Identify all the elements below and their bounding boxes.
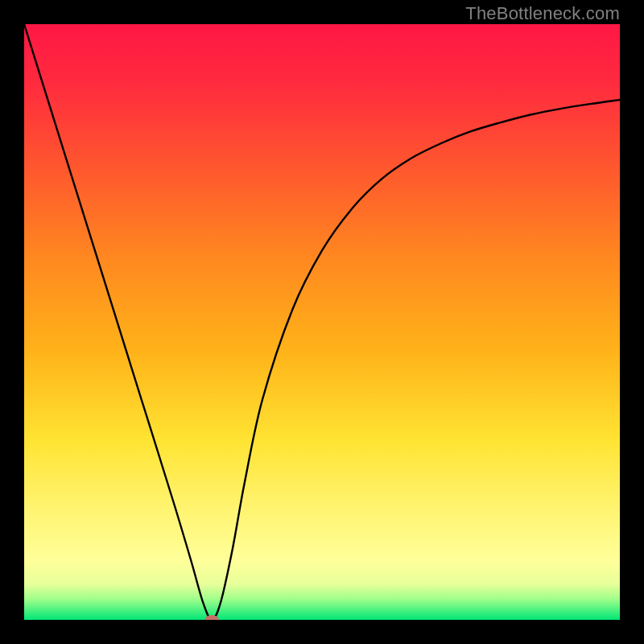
plot-area bbox=[24, 24, 620, 620]
watermark-text: TheBottleneck.com bbox=[465, 3, 620, 24]
chart-frame: TheBottleneck.com bbox=[0, 0, 644, 644]
gradient-background bbox=[24, 24, 620, 620]
chart-canvas bbox=[24, 24, 620, 620]
